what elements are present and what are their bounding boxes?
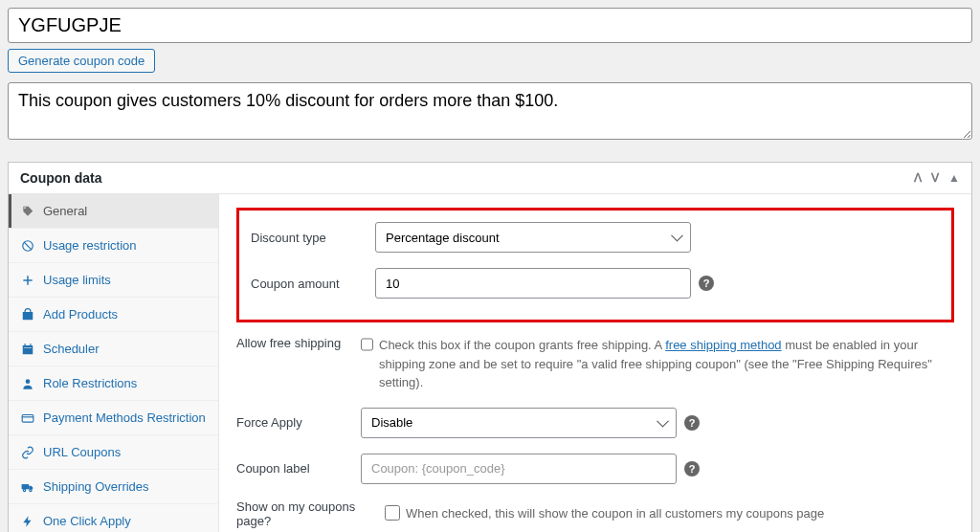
force-apply-label: Force Apply: [236, 415, 361, 430]
tab-shipping-overrides[interactable]: Shipping Overrides: [9, 470, 218, 504]
coupon-label-input[interactable]: [361, 454, 677, 484]
help-icon[interactable]: ?: [684, 461, 700, 477]
bag-icon: [20, 308, 35, 321]
svg-line-1: [24, 241, 32, 249]
tab-general[interactable]: General: [9, 194, 218, 229]
coupon-data-panel: Coupon data ᐱ ᐯ ▲ General Usage restrict…: [8, 162, 972, 532]
show-on-my-coupons-checkbox[interactable]: [385, 505, 400, 521]
tag-icon: [20, 205, 35, 218]
tab-label: Payment Methods Restriction: [43, 410, 206, 425]
tab-label: Scheduler: [43, 342, 100, 356]
show-on-my-coupons-label: Show on my coupons page?: [236, 499, 385, 528]
panel-toggle-icon[interactable]: ▲: [948, 171, 960, 185]
coupon-amount-label: Coupon amount: [251, 277, 375, 291]
tab-scheduler[interactable]: Scheduler: [9, 332, 218, 366]
tab-label: Usage restriction: [43, 238, 137, 253]
plus-icon: [20, 274, 35, 287]
panel-title: Coupon data: [20, 170, 102, 186]
coupon-code-input[interactable]: [8, 8, 972, 43]
tab-label: Shipping Overrides: [43, 479, 149, 494]
help-icon[interactable]: ?: [684, 415, 700, 431]
tab-label: Role Restrictions: [43, 376, 137, 390]
panel-header: Coupon data ᐱ ᐯ ▲: [9, 163, 971, 194]
tab-payment-methods[interactable]: Payment Methods Restriction: [9, 401, 218, 435]
svg-point-14: [30, 489, 32, 491]
discount-type-select[interactable]: [375, 222, 691, 253]
tab-usage-restriction[interactable]: Usage restriction: [9, 229, 218, 263]
help-icon[interactable]: ?: [699, 276, 714, 291]
coupon-label-label: Coupon label: [236, 461, 361, 476]
svg-rect-7: [30, 344, 31, 345]
tab-label: URL Coupons: [43, 445, 121, 459]
tab-url-coupons[interactable]: URL Coupons: [9, 435, 218, 470]
coupon-amount-input[interactable]: [375, 268, 691, 299]
svg-point-13: [23, 489, 25, 491]
calendar-icon: [20, 343, 35, 356]
settings-content: Discount type Coupon amount ? Allow free…: [219, 194, 971, 532]
ban-icon: [20, 239, 35, 253]
tab-usage-limits[interactable]: Usage limits: [9, 263, 218, 298]
svg-rect-12: [22, 484, 30, 489]
user-icon: [20, 377, 35, 390]
panel-move-up-icon[interactable]: ᐱ: [914, 171, 922, 185]
link-icon: [20, 446, 35, 459]
card-icon: [20, 411, 35, 425]
free-shipping-label: Allow free shipping: [236, 336, 361, 350]
bolt-icon: [20, 515, 35, 528]
tab-label: One Click Apply: [43, 514, 131, 528]
generate-coupon-button[interactable]: Generate coupon code: [8, 49, 155, 73]
svg-rect-6: [25, 344, 26, 345]
svg-rect-8: [24, 347, 32, 348]
panel-move-down-icon[interactable]: ᐯ: [931, 171, 939, 185]
highlight-region: Discount type Coupon amount ?: [236, 208, 954, 322]
truck-icon: [20, 480, 35, 494]
coupon-description-input[interactable]: [8, 82, 972, 140]
show-on-my-coupons-text: When checked, this will show the coupon …: [406, 504, 824, 523]
tab-role-restrictions[interactable]: Role Restrictions: [9, 366, 218, 401]
svg-point-9: [26, 379, 31, 384]
tab-label: Add Products: [43, 307, 118, 321]
settings-tabs: General Usage restriction Usage limits A…: [9, 194, 219, 532]
tab-add-products[interactable]: Add Products: [9, 298, 218, 332]
force-apply-select[interactable]: [361, 408, 677, 438]
svg-rect-10: [22, 414, 33, 422]
discount-type-label: Discount type: [251, 231, 375, 245]
tab-label: Usage limits: [43, 273, 111, 287]
free-shipping-method-link[interactable]: free shipping method: [665, 338, 781, 352]
tab-one-click-apply[interactable]: One Click Apply: [9, 504, 218, 532]
free-shipping-checkbox[interactable]: [361, 337, 373, 352]
tab-label: General: [43, 204, 87, 218]
free-shipping-text: Check this box if the coupon grants free…: [379, 336, 954, 392]
